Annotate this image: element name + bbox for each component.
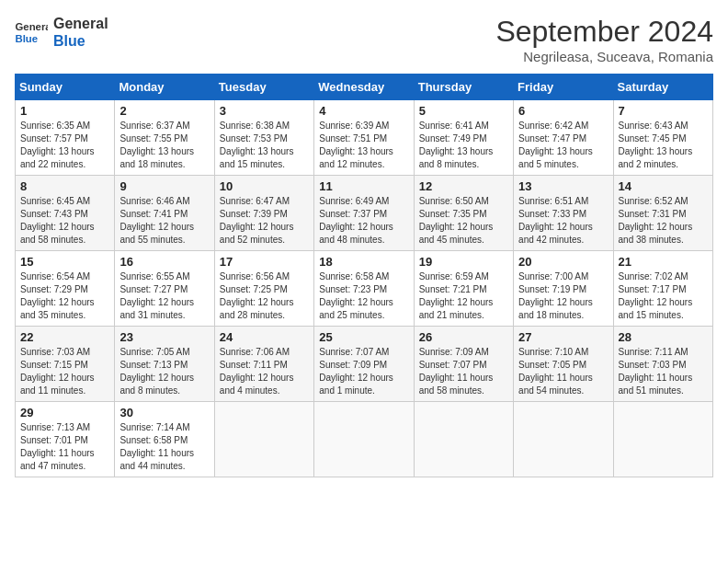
svg-text:Blue: Blue: [16, 33, 39, 44]
col-header-monday: Monday: [115, 75, 214, 100]
day-number: 27: [518, 330, 608, 344]
day-number: 21: [619, 255, 708, 269]
calendar-table: SundayMondayTuesdayWednesdayThursdayFrid…: [15, 74, 713, 477]
calendar-cell: 21 Sunrise: 7:02 AMSunset: 7:17 PMDaylig…: [613, 251, 712, 327]
day-info: Sunrise: 7:07 AMSunset: 7:09 PMDaylight:…: [319, 347, 393, 396]
day-number: 24: [220, 330, 309, 344]
day-info: Sunrise: 6:42 AMSunset: 7:47 PMDaylight:…: [518, 121, 593, 169]
day-info: Sunrise: 6:58 AMSunset: 7:23 PMDaylight:…: [319, 271, 393, 320]
title-block: September 2024 Negrileasa, Suceava, Roma…: [495, 15, 713, 64]
day-number: 25: [319, 330, 408, 344]
calendar-cell: 23 Sunrise: 7:05 AMSunset: 7:13 PMDaylig…: [115, 327, 214, 402]
calendar-cell: 12 Sunrise: 6:50 AMSunset: 7:35 PMDaylig…: [414, 176, 513, 251]
day-number: 26: [419, 330, 508, 344]
calendar-cell: 9 Sunrise: 6:46 AMSunset: 7:41 PMDayligh…: [115, 176, 214, 251]
day-number: 7: [619, 104, 708, 118]
day-number: 23: [119, 330, 209, 344]
day-info: Sunrise: 6:43 AMSunset: 7:45 PMDaylight:…: [619, 121, 693, 169]
day-number: 20: [518, 255, 608, 269]
day-number: 11: [319, 179, 408, 193]
day-number: 1: [20, 104, 109, 118]
col-header-friday: Friday: [514, 75, 613, 100]
day-info: Sunrise: 7:05 AMSunset: 7:13 PMDaylight:…: [119, 347, 194, 396]
day-info: Sunrise: 6:59 AMSunset: 7:21 PMDaylight:…: [419, 271, 494, 320]
day-info: Sunrise: 6:35 AMSunset: 7:57 PMDaylight:…: [20, 121, 95, 169]
day-info: Sunrise: 6:47 AMSunset: 7:39 PMDaylight:…: [220, 196, 294, 245]
calendar-cell: 25 Sunrise: 7:07 AMSunset: 7:09 PMDaylig…: [314, 327, 414, 402]
calendar-cell: 18 Sunrise: 6:58 AMSunset: 7:23 PMDaylig…: [314, 251, 414, 327]
calendar-cell: 5 Sunrise: 6:41 AMSunset: 7:49 PMDayligh…: [414, 100, 513, 176]
day-info: Sunrise: 7:13 AMSunset: 7:01 PMDaylight:…: [20, 422, 95, 471]
day-number: 3: [220, 104, 309, 118]
calendar-cell: 26 Sunrise: 7:09 AMSunset: 7:07 PMDaylig…: [414, 327, 513, 402]
day-info: Sunrise: 6:50 AMSunset: 7:35 PMDaylight:…: [419, 196, 494, 245]
day-number: 6: [518, 104, 608, 118]
calendar-cell: 14 Sunrise: 6:52 AMSunset: 7:31 PMDaylig…: [613, 176, 712, 251]
col-header-saturday: Saturday: [613, 75, 712, 100]
col-header-sunday: Sunday: [16, 75, 115, 100]
calendar-cell: 6 Sunrise: 6:42 AMSunset: 7:47 PMDayligh…: [514, 100, 613, 176]
calendar-cell: 10 Sunrise: 6:47 AMSunset: 7:39 PMDaylig…: [214, 176, 313, 251]
day-info: Sunrise: 6:37 AMSunset: 7:55 PMDaylight:…: [119, 121, 194, 169]
month-title: September 2024: [495, 15, 713, 49]
day-info: Sunrise: 7:06 AMSunset: 7:11 PMDaylight:…: [220, 347, 294, 396]
logo-line1: General: [53, 15, 108, 32]
day-info: Sunrise: 7:03 AMSunset: 7:15 PMDaylight:…: [20, 347, 95, 396]
logo-icon: General Blue: [15, 19, 48, 45]
calendar-cell: 7 Sunrise: 6:43 AMSunset: 7:45 PMDayligh…: [613, 100, 712, 176]
day-info: Sunrise: 6:41 AMSunset: 7:49 PMDaylight:…: [419, 121, 494, 169]
calendar-cell: 19 Sunrise: 6:59 AMSunset: 7:21 PMDaylig…: [414, 251, 513, 327]
logo: General Blue General Blue: [15, 15, 108, 50]
day-number: 8: [20, 179, 109, 193]
calendar-cell: 17 Sunrise: 6:56 AMSunset: 7:25 PMDaylig…: [214, 251, 313, 327]
day-info: Sunrise: 6:39 AMSunset: 7:51 PMDaylight:…: [319, 121, 393, 169]
day-number: 30: [119, 406, 209, 419]
calendar-cell: 20 Sunrise: 7:00 AMSunset: 7:19 PMDaylig…: [514, 251, 613, 327]
day-info: Sunrise: 6:49 AMSunset: 7:37 PMDaylight:…: [319, 196, 393, 245]
day-number: 29: [20, 406, 109, 419]
day-number: 28: [619, 330, 708, 344]
calendar-cell: 16 Sunrise: 6:55 AMSunset: 7:27 PMDaylig…: [115, 251, 214, 327]
calendar-cell: 11 Sunrise: 6:49 AMSunset: 7:37 PMDaylig…: [314, 176, 414, 251]
calendar-cell: 29 Sunrise: 7:13 AMSunset: 7:01 PMDaylig…: [16, 402, 115, 477]
day-info: Sunrise: 7:14 AMSunset: 6:58 PMDaylight:…: [119, 422, 194, 471]
logo-line2: Blue: [53, 32, 108, 50]
day-number: 10: [220, 179, 309, 193]
calendar-cell: 15 Sunrise: 6:54 AMSunset: 7:29 PMDaylig…: [16, 251, 115, 327]
day-number: 18: [319, 255, 408, 269]
calendar-cell: 8 Sunrise: 6:45 AMSunset: 7:43 PMDayligh…: [16, 176, 115, 251]
calendar-cell: 22 Sunrise: 7:03 AMSunset: 7:15 PMDaylig…: [16, 327, 115, 402]
day-info: Sunrise: 6:51 AMSunset: 7:33 PMDaylight:…: [518, 196, 593, 245]
calendar-cell: [414, 402, 513, 477]
day-info: Sunrise: 6:56 AMSunset: 7:25 PMDaylight:…: [220, 271, 294, 320]
day-number: 14: [619, 179, 708, 193]
calendar-cell: 3 Sunrise: 6:38 AMSunset: 7:53 PMDayligh…: [214, 100, 313, 176]
calendar-cell: 1 Sunrise: 6:35 AMSunset: 7:57 PMDayligh…: [16, 100, 115, 176]
day-info: Sunrise: 6:46 AMSunset: 7:41 PMDaylight:…: [119, 196, 194, 245]
calendar-cell: [514, 402, 613, 477]
day-info: Sunrise: 6:38 AMSunset: 7:53 PMDaylight:…: [220, 121, 294, 169]
calendar-cell: 27 Sunrise: 7:10 AMSunset: 7:05 PMDaylig…: [514, 327, 613, 402]
day-number: 12: [419, 179, 508, 193]
day-number: 2: [119, 104, 209, 118]
calendar-cell: 2 Sunrise: 6:37 AMSunset: 7:55 PMDayligh…: [115, 100, 214, 176]
day-info: Sunrise: 6:54 AMSunset: 7:29 PMDaylight:…: [20, 271, 95, 320]
calendar-cell: 24 Sunrise: 7:06 AMSunset: 7:11 PMDaylig…: [214, 327, 313, 402]
day-number: 15: [20, 255, 109, 269]
calendar-cell: [214, 402, 313, 477]
col-header-thursday: Thursday: [414, 75, 513, 100]
day-number: 22: [20, 330, 109, 344]
day-info: Sunrise: 6:45 AMSunset: 7:43 PMDaylight:…: [20, 196, 95, 245]
svg-text:General: General: [16, 21, 49, 32]
day-number: 13: [518, 179, 608, 193]
day-info: Sunrise: 7:00 AMSunset: 7:19 PMDaylight:…: [518, 271, 593, 320]
page-header: General Blue General Blue September 2024…: [15, 15, 713, 64]
day-number: 4: [319, 104, 408, 118]
day-number: 5: [419, 104, 508, 118]
calendar-cell: 28 Sunrise: 7:11 AMSunset: 7:03 PMDaylig…: [613, 327, 712, 402]
day-number: 9: [119, 179, 209, 193]
calendar-cell: 30 Sunrise: 7:14 AMSunset: 6:58 PMDaylig…: [115, 402, 214, 477]
calendar-cell: [314, 402, 414, 477]
day-number: 17: [220, 255, 309, 269]
day-number: 19: [419, 255, 508, 269]
